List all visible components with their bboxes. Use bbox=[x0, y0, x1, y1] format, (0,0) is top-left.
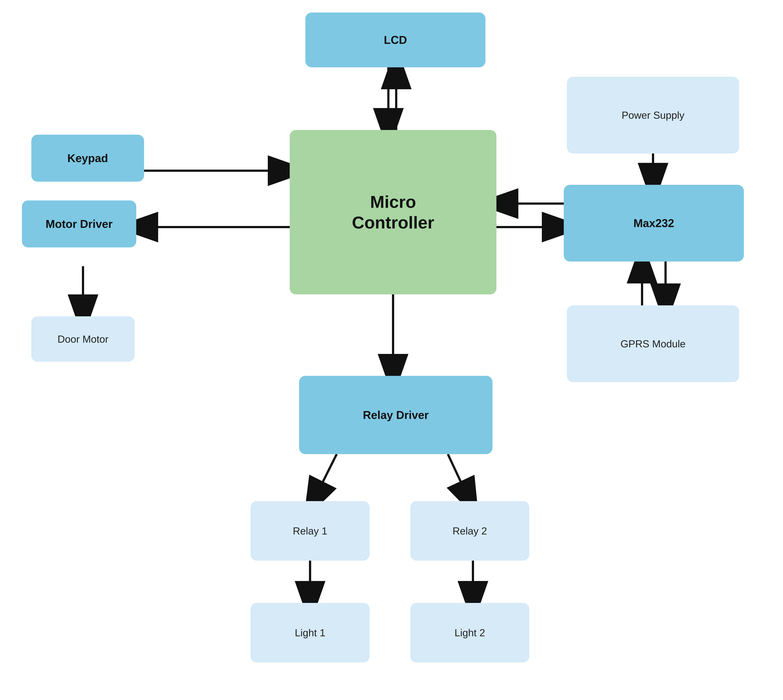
relay-driver-node: Relay Driver bbox=[299, 376, 493, 454]
light1-label: Light 1 bbox=[295, 627, 325, 638]
keypad-node: Keypad bbox=[31, 135, 144, 182]
motor-driver-node: Motor Driver bbox=[22, 200, 136, 247]
door-motor-node: Door Motor bbox=[31, 316, 135, 362]
relay2-node: Relay 2 bbox=[410, 501, 529, 561]
relay2-label: Relay 2 bbox=[453, 525, 487, 537]
relay-driver-label: Relay Driver bbox=[363, 408, 429, 422]
diagram: LCD Keypad Micro Controller Motor Driver… bbox=[0, 0, 783, 700]
door-motor-label: Door Motor bbox=[57, 333, 108, 345]
microcontroller-label: Micro Controller bbox=[352, 192, 434, 233]
microcontroller-node: Micro Controller bbox=[290, 130, 496, 294]
lcd-node: LCD bbox=[305, 13, 485, 67]
lcd-label: LCD bbox=[384, 33, 407, 47]
relay1-node: Relay 1 bbox=[251, 501, 370, 561]
keypad-label: Keypad bbox=[67, 152, 108, 165]
motor-driver-label: Motor Driver bbox=[45, 217, 113, 231]
gprs-module-node: GPRS Module bbox=[567, 305, 739, 382]
light1-node: Light 1 bbox=[251, 603, 370, 662]
max232-node: Max232 bbox=[564, 185, 744, 262]
light2-label: Light 2 bbox=[455, 627, 485, 638]
light2-node: Light 2 bbox=[410, 603, 529, 662]
max232-label: Max232 bbox=[633, 217, 674, 230]
power-supply-node: Power Supply bbox=[567, 77, 739, 153]
relay1-label: Relay 1 bbox=[293, 525, 327, 537]
svg-line-13 bbox=[448, 454, 470, 501]
gprs-module-label: GPRS Module bbox=[620, 338, 685, 350]
svg-line-12 bbox=[313, 454, 337, 501]
power-supply-label: Power Supply bbox=[621, 109, 684, 121]
